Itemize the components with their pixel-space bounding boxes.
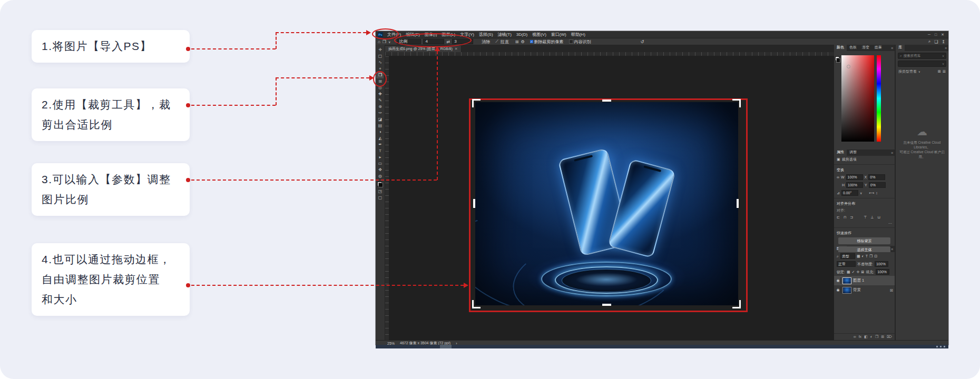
x-input[interactable]: 0% (868, 174, 885, 180)
smart-filter-icon[interactable]: ⊡ (874, 254, 877, 258)
panel-menu-icon[interactable]: ≡ (891, 247, 895, 252)
shape-filter-icon[interactable]: ❐ (869, 254, 873, 258)
screen-mode-icon[interactable]: ▢ (376, 195, 384, 201)
visibility-eye-icon[interactable]: ◉ (836, 277, 841, 284)
tab-color[interactable]: 颜色 (834, 44, 847, 51)
menu-3d[interactable]: 3D(D) (514, 32, 530, 37)
new-group-icon[interactable]: ❐ (875, 335, 878, 339)
menu-help[interactable]: 帮助(H) (569, 32, 587, 37)
link-dimensions-icon[interactable]: ∞ (837, 175, 839, 179)
delete-layer-icon[interactable]: ⌦ (887, 335, 892, 339)
align-left-icon[interactable]: ⊏ (837, 215, 840, 220)
fill-input[interactable]: 100% (876, 269, 889, 275)
align-bottom-icon[interactable]: ⊔ (877, 215, 880, 220)
tool-path-selection[interactable]: ▸ (376, 154, 384, 161)
tool-gradient[interactable]: ▤ (376, 123, 384, 129)
layer-effects-icon[interactable]: fx (859, 335, 861, 339)
align-right-icon[interactable]: ⊐ (850, 215, 853, 220)
lock-all-icon[interactable]: ⊠ (861, 270, 864, 274)
crop-handle-top[interactable] (602, 99, 611, 102)
tool-type[interactable]: T (376, 148, 384, 154)
opacity-input[interactable]: 100% (875, 261, 888, 267)
quick-mask-icon[interactable]: ◳ (376, 188, 384, 195)
tool-blur[interactable]: ◑ (376, 129, 384, 135)
lock-position-icon[interactable]: ✛ (856, 270, 859, 274)
grid-view-icon[interactable]: ⊞ (938, 69, 941, 74)
layer-filter-select[interactable]: 类型 (840, 253, 855, 259)
visibility-eye-icon[interactable]: ◉ (836, 287, 841, 293)
share-icon[interactable]: ↥ (942, 39, 945, 44)
tab-properties[interactable]: 属性 (834, 148, 847, 156)
fg-bg-swatch-icon[interactable] (835, 56, 840, 63)
tool-rectangle[interactable]: ▭ (376, 161, 384, 167)
library-select[interactable]: ∨ (898, 61, 946, 67)
hue-slider[interactable] (877, 55, 881, 142)
tab-swatches[interactable]: 色板 (847, 44, 859, 51)
menu-select[interactable]: 选择(S) (477, 32, 495, 37)
lock-transparent-icon[interactable]: ▦ (847, 270, 850, 274)
tool-zoom[interactable]: ◍ (376, 173, 384, 179)
gear-icon[interactable]: ⚙ (521, 39, 524, 44)
panel-menu-icon[interactable]: ≡ (891, 46, 895, 51)
canvas[interactable] (385, 56, 834, 340)
adjustment-filter-icon[interactable]: ◐ (862, 254, 864, 258)
tool-move[interactable]: ✛ (376, 47, 384, 53)
panel-menu-icon[interactable]: ≡ (891, 151, 895, 156)
menu-window[interactable]: 窗口(W) (549, 32, 569, 37)
workspace-icon[interactable]: ❏ (934, 39, 938, 44)
crop-handle-bottom-left[interactable] (472, 300, 481, 308)
adjustment-layer-icon[interactable]: ◐ (870, 335, 873, 339)
saturation-brightness-field[interactable] (841, 55, 874, 142)
tool-pen[interactable]: ✒ (376, 142, 384, 148)
flip-horizontal-icon[interactable]: ⟷ (869, 191, 874, 195)
tool-brush[interactable]: ✎ (376, 97, 384, 104)
crop-tool-preset-icon[interactable]: ❐ (383, 39, 386, 44)
tab-patterns[interactable]: 图案 (872, 44, 885, 51)
align-top-icon[interactable]: ⊤ (864, 215, 867, 220)
minimize-icon[interactable]: ─ (928, 33, 930, 37)
flip-vertical-icon[interactable]: ↕ (876, 191, 878, 195)
content-aware-checkbox[interactable]: 内容识别 (569, 39, 591, 45)
align-center-h-icon[interactable]: ⊓ (844, 215, 846, 220)
more-options[interactable]: ··· (834, 221, 895, 226)
menu-filter[interactable]: 滤镜(T) (496, 32, 514, 37)
library-search-input[interactable]: ⌕ 搜索所有库 ∨ (898, 53, 946, 59)
home-icon[interactable]: ⌂ (378, 39, 380, 44)
layer-row-background[interactable]: ◉ 背景 ⊠ (834, 285, 895, 295)
tool-history-brush[interactable]: ✑ (376, 110, 384, 116)
list-view-icon[interactable]: ☰ (943, 69, 946, 74)
crop-handle-top-right[interactable] (732, 99, 741, 107)
tool-clone-stamp[interactable]: ⊕ (376, 104, 384, 110)
y-input[interactable]: 0% (869, 182, 886, 188)
search-icon[interactable]: ⌕ (928, 39, 930, 44)
panel-menu-icon[interactable]: ≡ (945, 46, 948, 51)
pixel-filter-icon[interactable]: ▦ (857, 254, 860, 258)
align-middle-icon[interactable]: ⊥ (870, 215, 874, 220)
tool-eraser[interactable]: ◪ (376, 116, 384, 123)
tool-healing-brush[interactable]: ✚ (376, 91, 384, 97)
rotation-input[interactable]: 0.00° (841, 190, 858, 196)
view-by-type-label[interactable]: 按类型查看 (898, 69, 917, 74)
layer-mask-icon[interactable]: ◧ (864, 335, 868, 339)
tab-libraries[interactable]: 库 (896, 44, 905, 51)
reset-icon[interactable]: ↺ (641, 39, 644, 44)
height-input[interactable]: 100% (846, 182, 863, 188)
crop-handle-left[interactable] (473, 199, 475, 208)
menu-view[interactable]: 视图(V) (530, 32, 548, 37)
tool-rect-marquee[interactable]: ▢ (376, 53, 384, 59)
remove-background-button[interactable]: 移除背景 (838, 237, 890, 244)
delete-cropped-pixels-checkbox[interactable]: ✓ 删除裁剪的像素 (530, 39, 564, 45)
crop-handle-top-left[interactable] (472, 99, 481, 107)
link-layers-icon[interactable]: ∞ (854, 335, 856, 339)
lock-pixels-icon[interactable]: ✓ (852, 270, 855, 274)
type-filter-icon[interactable]: T (866, 254, 868, 258)
foreground-background-swatch[interactable] (377, 182, 383, 187)
overlay-options-icon[interactable]: ⊞ (515, 39, 519, 44)
layer-row-layer1[interactable]: ◉ 图层 1 (834, 276, 895, 285)
tab-close-icon[interactable]: ✕ (455, 47, 458, 51)
straighten-button[interactable]: 拉直 (501, 39, 509, 45)
maximize-icon[interactable]: □ (935, 33, 937, 37)
crop-handle-bottom-right[interactable] (732, 300, 741, 308)
new-layer-icon[interactable]: ⊞ (881, 335, 884, 339)
blend-mode-select[interactable]: 正常 (837, 261, 856, 267)
